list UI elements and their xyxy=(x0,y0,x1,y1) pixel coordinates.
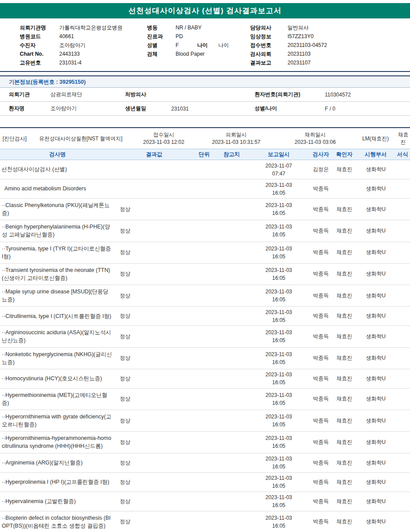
unit-cell xyxy=(193,492,215,511)
info-value: 가톨릭대학교은평성모병원 xyxy=(59,24,122,32)
reference-range-cell xyxy=(215,160,248,179)
order-collection-datetime: 채취일시2023-11-03 03:06 xyxy=(276,131,355,146)
department-cell: 생화학U xyxy=(356,511,395,532)
lab-report-page: 선천성대사이상검사 (선별) 검사결과보고서 의뢰기관명가톨릭대학교은평성모병원… xyxy=(0,3,410,532)
tester-cell: 김정은 xyxy=(309,160,332,179)
info-value: Blood Paper xyxy=(176,50,205,58)
results-table-header: 검사명결과값단위참고치보고일시검사자확인자시행부서서식 xyxy=(0,149,410,160)
report-datetime-cell: 2023-11-03 16:05 xyxy=(248,511,309,532)
test-name-cell: Amino acid metabolism Disorders xyxy=(0,179,115,198)
info-label: 결과보고 xyxy=(250,59,288,67)
order-datetime-label: 채취일시 xyxy=(276,131,355,139)
info-label: 검체 xyxy=(147,50,176,58)
table-row: ··Biopterin defect in cofactor biosynthe… xyxy=(0,511,410,532)
report-datetime-text: 2023-11-03 16:05 xyxy=(261,514,296,530)
info-value: 2443133 xyxy=(59,50,80,58)
info-field: 의뢰기관명가톨릭대학교은평성모병원 xyxy=(20,24,147,32)
report-datetime-cell: 2023-11-03 16:05 xyxy=(248,453,309,472)
report-datetime-cell: 2023-11-03 16:05 xyxy=(248,199,309,220)
tester-cell: 박종득 xyxy=(309,410,332,431)
order-datetime-label: 접수일시 xyxy=(131,131,197,139)
order-confirmer: 채효진 xyxy=(396,131,410,146)
confirmer-cell: 채효진 xyxy=(332,160,356,179)
report-datetime-cell: 2023-11-03 16:05 xyxy=(248,264,309,285)
reference-range-cell xyxy=(215,473,248,492)
form-cell xyxy=(395,264,410,285)
form-cell xyxy=(395,199,410,220)
department-cell: 생화학U xyxy=(356,285,395,306)
test-name-cell: ··Argininemia (ARG)(알지닌혈증) xyxy=(0,453,115,472)
info-field: 검사의뢰20231103 xyxy=(250,50,410,58)
result-value-cell: 정상 xyxy=(115,453,193,472)
test-name-cell: ··Tyrosinemia, type I (TYR I)(고타이로신혈증 I형… xyxy=(0,242,115,263)
info-value: 조아람아기 xyxy=(59,41,86,50)
reference-range-cell xyxy=(215,307,248,325)
info-field: 접수번호20231103-04572 xyxy=(250,41,410,50)
department-cell: 생화학U xyxy=(356,453,395,472)
tester-cell: 박종득 xyxy=(309,369,332,388)
basic-info-row: 환자명조아람아기생년월일231031성별/나이F / 0 xyxy=(0,102,410,116)
test-name-cell: ··Nonketotic hyperglycinemia (NKHG)(글리신뇨… xyxy=(0,348,115,369)
info-field: 결과보고20231107 xyxy=(250,59,410,67)
info-label: 검사의뢰 xyxy=(250,50,288,58)
report-datetime-text: 2023-11-03 16:05 xyxy=(261,288,296,303)
patient-info-section: 의뢰기관명가톨릭대학교은평성모병원병원코드40661수진자조아람아기Chart … xyxy=(0,18,410,71)
report-datetime-cell: 2023-11-03 16:05 xyxy=(248,473,309,492)
test-name-cell: ··Benign hyperphenylalaninemia (H-PHE)(양… xyxy=(0,220,115,241)
info-value: 231031-4 xyxy=(59,59,82,67)
info-label: 병동 xyxy=(147,24,176,32)
reference-range-cell xyxy=(215,242,248,263)
basic-info-label: 환자명 xyxy=(0,105,50,112)
department-cell: 생화학U xyxy=(356,369,395,388)
unit-cell xyxy=(193,473,215,492)
table-row: ··Classic Phenylketonuria (PKU)(페닐케톤뇨증)정… xyxy=(0,199,410,220)
confirmer-cell: 채효진 xyxy=(332,389,356,410)
basic-info-label: 성별/나이 xyxy=(255,105,325,112)
confirmer-cell: 채효진 xyxy=(332,453,356,472)
confirmer-cell: 채효진 xyxy=(332,242,356,263)
test-name-cell: ··Biopterin defect in cofactor biosynthe… xyxy=(0,511,115,532)
confirmer-cell: 채효진 xyxy=(332,348,356,369)
table-row: ··Transient tyrosinemia of the neonate (… xyxy=(0,264,410,285)
order-collector: LM(채효진) xyxy=(355,135,396,143)
department-cell: 생화학U xyxy=(356,473,395,492)
report-datetime-cell: 2023-11-03 16:05 xyxy=(248,389,309,410)
table-row: Amino acid metabolism Disorders2023-11-0… xyxy=(0,179,410,199)
unit-cell xyxy=(193,453,215,472)
report-datetime-cell: 2023-11-03 16:05 xyxy=(248,348,309,369)
results-header-cell: 결과값 xyxy=(115,149,193,160)
department-cell: 생화학U xyxy=(356,326,395,347)
tester-cell: 박종득 xyxy=(309,326,332,347)
form-cell xyxy=(395,220,410,241)
results-header-cell: 서식 xyxy=(395,149,410,160)
unit-cell xyxy=(193,264,215,285)
tester-cell: 박종득 xyxy=(309,511,332,532)
table-row: ··Argininosuccinic aciduria (ASA)(알지노석시닌… xyxy=(0,326,410,347)
unit-cell xyxy=(193,242,215,263)
table-row: 선천성대사이상검사 (선별)2023-11-07 07:47김정은채효진생화학U xyxy=(0,160,410,179)
info-value: NR / BABY xyxy=(176,24,201,32)
result-value-cell: 정상 xyxy=(115,410,193,431)
report-datetime-text: 2023-11-03 16:05 xyxy=(261,434,296,450)
result-value-cell: 정상 xyxy=(115,199,193,220)
report-datetime-cell: 2023-11-03 16:05 xyxy=(248,326,309,347)
test-name-cell: ··Hyperornithinemia with gyrate deficien… xyxy=(0,410,115,431)
result-value-cell: 정상 xyxy=(115,307,193,325)
reference-range-cell xyxy=(215,220,248,241)
unit-cell xyxy=(193,199,215,220)
basic-info-label: 환자번호(의뢰기관) xyxy=(255,91,325,98)
tester-cell: 박종득 xyxy=(309,264,332,285)
unit-cell xyxy=(193,179,215,198)
reference-range-cell xyxy=(215,492,248,511)
unit-cell xyxy=(193,369,215,388)
form-cell xyxy=(395,473,410,492)
info-value: 나이 xyxy=(218,41,229,50)
form-cell xyxy=(395,453,410,472)
form-cell xyxy=(395,326,410,347)
basic-info-value: 110304572 xyxy=(325,92,410,98)
form-cell xyxy=(395,369,410,388)
unit-cell xyxy=(193,160,215,179)
department-cell: 생화학U xyxy=(356,348,395,369)
info-label: 고유번호 xyxy=(20,59,59,67)
results-header-cell: 단위 xyxy=(193,149,215,160)
